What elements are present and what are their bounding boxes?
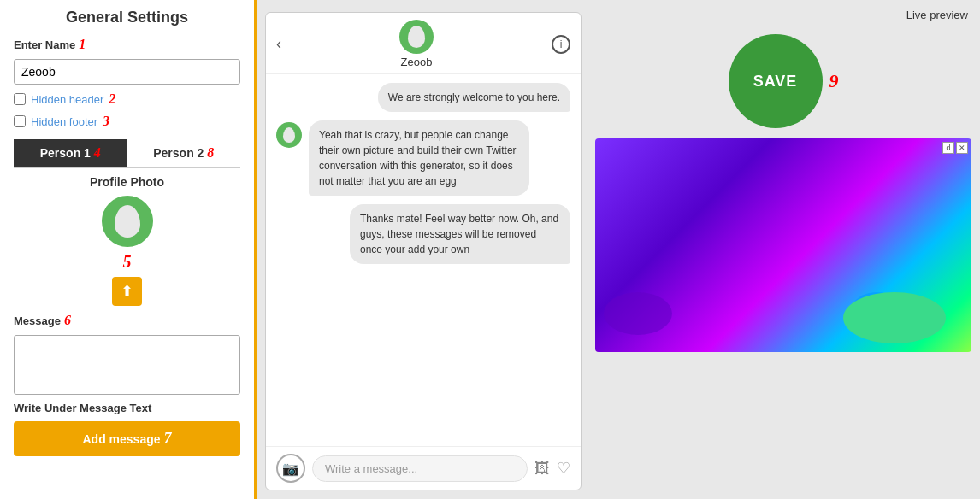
badge-2: 2 xyxy=(109,91,115,107)
ad-info-button[interactable]: d xyxy=(942,142,954,154)
badge-7: 7 xyxy=(164,430,172,448)
name-input[interactable] xyxy=(14,59,240,85)
hidden-header-checkbox[interactable] xyxy=(14,93,26,105)
tab-person1[interactable]: Person 1 4 xyxy=(14,139,127,167)
phone-header: ‹ Zeoob i xyxy=(266,13,581,74)
profile-photo-label: Profile Photo xyxy=(14,175,240,189)
enter-name-label: Enter Name 1 xyxy=(14,37,240,52)
message-bubble-1: We are strongly welcome to you here. xyxy=(378,83,570,112)
panel-title: General Settings xyxy=(14,9,240,26)
message-label: Message 6 xyxy=(14,313,240,328)
phone-avatar-egg xyxy=(408,26,425,48)
gallery-icon[interactable]: 🖼 xyxy=(534,460,550,478)
upload-photo-button[interactable]: ⬆ xyxy=(112,277,142,306)
person-tabs: Person 1 4 Person 2 8 xyxy=(14,139,240,168)
phone-footer: 📷 Write a message... 🖼 ♡ xyxy=(266,446,581,490)
message-bubble-3: Thanks mate! Feel way better now. Oh, an… xyxy=(350,204,570,264)
message-textarea[interactable] xyxy=(14,335,240,395)
heart-icon[interactable]: ♡ xyxy=(557,459,570,478)
message-row-2: Yeah that is crazy, but people can chang… xyxy=(276,120,570,196)
ad-banner-controls: d ✕ xyxy=(942,142,968,154)
hidden-header-label: Hidden header xyxy=(31,93,103,106)
hidden-footer-row: Hidden footer 3 xyxy=(14,114,240,129)
phone-mockup: ‹ Zeoob i We are strongly welcome to you… xyxy=(265,12,582,490)
ad-close-button[interactable]: ✕ xyxy=(956,142,968,154)
badge-3: 3 xyxy=(103,114,109,129)
avatar-egg-shape xyxy=(115,205,140,238)
hidden-footer-label: Hidden footer xyxy=(31,115,97,128)
badge-1: 1 xyxy=(79,37,86,52)
message-bubble-2: Yeah that is crazy, but people can chang… xyxy=(309,120,529,196)
save-btn-wrapper: SAVE 9 xyxy=(595,34,971,128)
phone-avatar xyxy=(399,20,434,54)
live-preview-label: Live preview xyxy=(906,9,968,21)
camera-button[interactable]: 📷 xyxy=(276,454,305,483)
hidden-header-row: Hidden header 2 xyxy=(14,91,240,107)
message-input-fake[interactable]: Write a message... xyxy=(312,455,528,482)
badge-5: 5 xyxy=(123,252,132,272)
ad-area: SAVE 9 d ✕ xyxy=(595,9,971,490)
hidden-footer-checkbox[interactable] xyxy=(14,115,26,127)
badge-4: 4 xyxy=(94,145,101,160)
write-under-label: Write Under Message Text xyxy=(14,402,240,414)
badge-6: 6 xyxy=(64,313,71,328)
ad-decoration-2 xyxy=(843,292,946,343)
left-panel: General Settings Enter Name 1 Hidden hea… xyxy=(0,0,257,499)
badge-8: 8 xyxy=(207,145,214,160)
tab-person2[interactable]: Person 2 8 xyxy=(127,139,241,167)
back-button[interactable]: ‹ xyxy=(276,35,281,53)
phone-username: Zeoob xyxy=(401,56,433,68)
phone-header-center: Zeoob xyxy=(399,20,434,68)
info-button[interactable]: i xyxy=(552,35,570,54)
chat-area: We are strongly welcome to you here. Yea… xyxy=(266,74,581,446)
save-badge: 9 xyxy=(829,70,839,92)
save-button[interactable]: SAVE xyxy=(729,34,823,128)
ad-banner: d ✕ xyxy=(595,138,971,352)
avatar-preview xyxy=(102,196,153,247)
right-area: Live preview ‹ Zeoob i We are strongly w… xyxy=(257,0,980,499)
profile-photo-area: 5 ⬆ xyxy=(14,196,240,306)
sender-avatar-2 xyxy=(276,122,302,148)
ad-decoration-1 xyxy=(604,292,672,335)
add-message-button[interactable]: Add message 7 xyxy=(14,421,240,456)
